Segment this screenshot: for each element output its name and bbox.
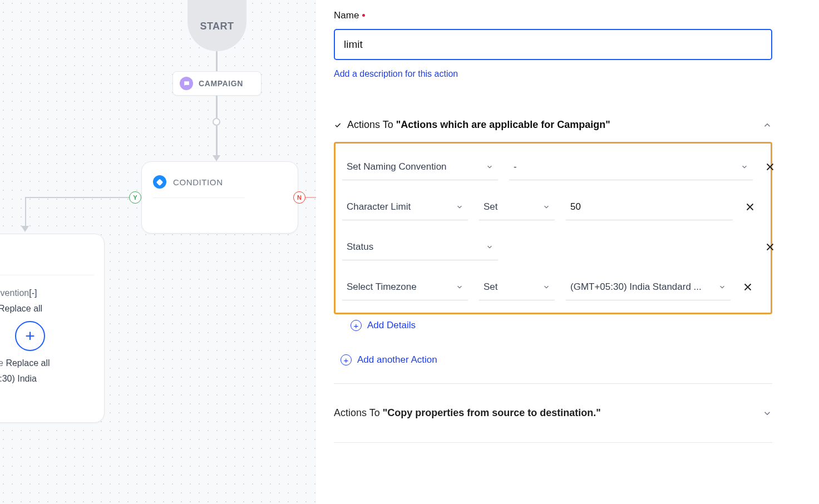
divider [334, 383, 772, 384]
value-input[interactable] [566, 194, 733, 220]
edge [216, 96, 218, 118]
divider [153, 197, 245, 198]
diamond-icon [150, 172, 169, 191]
no-port[interactable]: N [293, 191, 305, 204]
operator-select[interactable]: Set [479, 274, 555, 300]
check-icon [334, 121, 342, 129]
condition-label: CONDITION [173, 177, 223, 187]
field-select[interactable]: Set Naming Convention [342, 154, 498, 180]
chevron-down-icon [542, 283, 550, 291]
section-title: Actions To "Copy properties from source … [334, 407, 601, 419]
field-select[interactable]: Character Limit [342, 194, 468, 220]
actions-section-header[interactable]: Actions To "Actions which are applicable… [334, 119, 772, 131]
action-node[interactable]: ON ng Convention[-] r Limit Replace all … [0, 234, 105, 423]
add-details-button[interactable]: + Add Details [351, 320, 416, 331]
chevron-down-icon [718, 283, 726, 291]
edge [25, 197, 26, 229]
campaign-label: CAMPAIGN [199, 79, 243, 88]
chevron-down-icon [486, 243, 494, 251]
chevron-up-icon [762, 120, 772, 130]
remove-row-button[interactable] [764, 241, 776, 253]
edge [216, 126, 218, 159]
add-another-action-button[interactable]: + Add another Action [341, 354, 437, 365]
yes-port[interactable]: Y [129, 191, 141, 204]
config-panel: Name Add a description for this action A… [316, 0, 819, 504]
operator-select[interactable]: Set [479, 194, 555, 220]
remove-row-button[interactable] [764, 161, 776, 173]
section-title: Actions To "Actions which are applicable… [347, 119, 610, 131]
name-label: Name [334, 10, 801, 21]
circle-plus-icon: + [341, 354, 352, 365]
condition-node[interactable]: CONDITION [141, 161, 298, 234]
chevron-down-icon [456, 283, 463, 291]
remove-row-button[interactable] [742, 281, 754, 293]
edge-dot [213, 118, 220, 126]
actions-editor: Set Naming Convention - Character Limit … [334, 142, 772, 314]
chevron-down-icon [762, 408, 772, 418]
action-row-charlimit: Character Limit Set [342, 194, 764, 220]
campaign-icon [180, 77, 193, 90]
action-row-timezone: Select Timezone Set (GMT+05:30) India St… [342, 274, 764, 300]
field-select[interactable]: Status [342, 234, 498, 260]
remove-row-button[interactable] [744, 201, 756, 213]
edge [216, 51, 218, 71]
start-node[interactable]: START [188, 0, 246, 51]
workflow-canvas[interactable]: START CAMPAIGN CONDITION Y N ON ng Conve… [0, 0, 316, 504]
add-branch-button[interactable]: + [15, 321, 45, 351]
chevron-down-icon [542, 203, 550, 211]
arrowhead-icon [21, 226, 29, 232]
edge [305, 197, 316, 198]
add-description-link[interactable]: Add a description for this action [334, 69, 458, 79]
chevron-down-icon [486, 163, 494, 171]
required-dot-icon [362, 14, 365, 17]
name-input[interactable] [334, 29, 772, 60]
divider [334, 442, 772, 443]
divider [0, 275, 94, 275]
field-select[interactable]: Select Timezone [342, 274, 468, 300]
campaign-node[interactable]: CAMPAIGN [172, 71, 262, 96]
copy-properties-section-header[interactable]: Actions To "Copy properties from source … [334, 407, 772, 419]
action-node-suffix: ON [0, 246, 94, 256]
chevron-down-icon [456, 203, 463, 211]
chevron-down-icon [741, 163, 748, 171]
action-row-naming: Set Naming Convention - [342, 154, 764, 180]
start-label: START [200, 21, 234, 32]
edge [25, 197, 129, 198]
action-row-status: Status [342, 234, 764, 260]
value-select[interactable]: - [509, 154, 753, 180]
circle-plus-icon: + [351, 320, 362, 331]
arrowhead-icon [213, 155, 220, 161]
timezone-select[interactable]: (GMT+05:30) India Standard ... [566, 274, 731, 300]
